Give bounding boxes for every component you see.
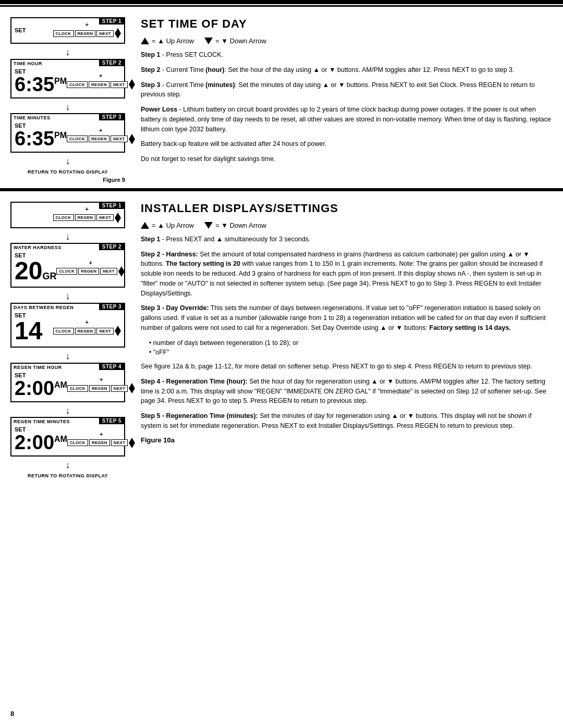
inst-step-2-row: SET 20GR + CLOCK REGEN NEXT <box>15 252 121 283</box>
inst-bullet-2: • "oFF" <box>149 348 553 357</box>
inst-step-4-controls: + CLOCK REGEN NEXT <box>67 375 135 394</box>
down-arrow-text: = ▼ Down Arrow <box>215 37 266 45</box>
clock-btn-2[interactable]: CLOCK <box>67 81 88 88</box>
inst-up-arrow-2[interactable] <box>118 266 125 272</box>
inst-down-arrow-1[interactable] <box>115 218 121 223</box>
inst-step-3-inner: SET 14 + CLOCK REGEN NEXT <box>11 310 124 347</box>
inst-arrow-2-3: ↓ <box>10 291 125 302</box>
inst-up-arrow-legend: = ▲ Up Arrow <box>141 221 194 229</box>
next-btn-3[interactable]: NEXT <box>111 135 128 142</box>
plus-sign-1: + <box>85 21 89 28</box>
inst-up-arrow-1[interactable] <box>115 213 121 218</box>
inst-regen-btn-2[interactable]: REGEN <box>78 268 99 275</box>
inst-clock-btn-5[interactable]: CLOCK <box>67 439 88 446</box>
inst-button-row-1: CLOCK REGEN NEXT <box>53 213 121 223</box>
inst-regen-btn-4[interactable]: REGEN <box>89 385 110 392</box>
arrow-ctrl-3 <box>129 134 135 144</box>
inst-step-5-display: SET 2:00AM <box>15 426 67 452</box>
inst-clock-btn-4[interactable]: CLOCK <box>67 385 88 392</box>
inst-instr-step3-see: See figure 12a & b, page 11-12, for more… <box>141 362 553 372</box>
inst-arrow-4-5: ↓ <box>10 405 125 417</box>
arrow-3-end: ↓ <box>10 156 125 167</box>
step-3-controls: + CLOCK REGEN NEXT <box>67 126 134 145</box>
inst-step-3-row: SET 14 + CLOCK REGEN NEXT <box>15 312 121 343</box>
next-btn-1[interactable]: NEXT <box>96 30 114 37</box>
inst-button-row-5: CLOCK REGEN NEXT <box>67 438 135 448</box>
inst-arrow-3-4: ↓ <box>10 351 125 362</box>
inst-bullet-1: • number of days between regeneration (1… <box>149 338 553 348</box>
inst-arrow-ctrl-5 <box>129 438 135 448</box>
button-row-1: CLOCK REGEN NEXT <box>53 28 121 39</box>
installer-right-panel: INSTALLER DISPLAYS/SETTINGS = ▲ Up Arrow… <box>130 202 553 478</box>
next-btn-2[interactable]: NEXT <box>111 81 128 88</box>
inst-arrow-ctrl-1 <box>115 213 121 223</box>
inst-button-row-4: CLOCK REGEN NEXT <box>67 383 135 393</box>
arrow-ctrl-1 <box>115 28 121 39</box>
inst-next-btn-2[interactable]: NEXT <box>100 268 117 275</box>
step-3-display-row: SET 6:35PM + CLOCK REGEN NEXT <box>15 122 121 149</box>
up-arrow-ctrl-1[interactable] <box>115 28 121 33</box>
up-arrow-text: = ▲ Up Arrow <box>152 37 194 45</box>
regen-btn-1[interactable]: REGEN <box>75 30 96 37</box>
inst-up-triangle-icon <box>141 222 149 229</box>
set-time-figure: Figure 9 <box>10 177 125 183</box>
inst-step-4-inner: SET 2:00AM + CLOCK REGEN NEXT <box>11 370 124 401</box>
inst-regen-btn-3[interactable]: REGEN <box>75 328 96 335</box>
inst-button-row-3: CLOCK REGEN NEXT <box>53 326 121 336</box>
inst-down-arrow-text: = ▼ Down Arrow <box>215 221 266 229</box>
inst-clock-btn-3[interactable]: CLOCK <box>53 328 74 335</box>
instr-power-loss: Power Loss - Lithium battery on circuit … <box>141 105 553 134</box>
inst-next-btn-5[interactable]: NEXT <box>111 439 128 446</box>
inst-down-arrow-5[interactable] <box>129 443 135 448</box>
step-1-box: STEP 1 SET + CLOCK REGEN NEXT <box>10 17 125 44</box>
inst-down-arrow-2[interactable] <box>118 272 125 277</box>
plus-sign-3: + <box>99 127 102 133</box>
arrow-2-3: ↓ <box>10 102 125 113</box>
inst-step-1-box: STEP 1 + CLOCK REGEN NEXT <box>10 202 125 228</box>
inst-up-arrow-3[interactable] <box>115 326 121 331</box>
inst-regen-btn-5[interactable]: REGEN <box>89 439 110 446</box>
inst-step-2-display: SET 20GR <box>15 252 56 283</box>
inst-down-arrow-3[interactable] <box>115 331 121 336</box>
inst-up-arrow-4[interactable] <box>129 383 135 388</box>
up-arrow-ctrl-2[interactable] <box>129 79 135 84</box>
up-arrow-ctrl-3[interactable] <box>129 134 135 139</box>
regen-btn-3[interactable]: REGEN <box>89 135 109 142</box>
top-border <box>0 0 563 4</box>
inst-next-btn-4[interactable]: NEXT <box>111 385 128 392</box>
step-3-label: STEP 3 <box>99 114 125 120</box>
inst-step-2-gr: GR <box>42 271 56 281</box>
inst-step-5-label: STEP 5 <box>99 417 125 424</box>
set-time-left-panel: STEP 1 SET + CLOCK REGEN NEXT <box>10 17 125 183</box>
inst-plus-1: + <box>85 206 89 212</box>
inst-clock-btn-2[interactable]: CLOCK <box>56 268 77 275</box>
down-arrow-ctrl-2[interactable] <box>129 84 135 90</box>
clock-btn-3[interactable]: CLOCK <box>67 135 88 142</box>
step-3-time-display: SET 6:35PM <box>15 122 67 149</box>
installer-title: INSTALLER DISPLAYS/SETTINGS <box>141 202 553 215</box>
inst-step-3-label: STEP 3 <box>99 303 125 310</box>
instr-step3: Step 3 - Current Time (minutes): Set the… <box>141 80 553 100</box>
inst-step-5-time: 2:00AM <box>15 431 67 453</box>
inst-down-arrow-4[interactable] <box>129 388 135 393</box>
inst-regen-btn-1[interactable]: REGEN <box>75 214 96 221</box>
down-arrow-ctrl-1[interactable] <box>115 33 121 39</box>
clock-btn-1[interactable]: CLOCK <box>53 30 74 37</box>
set-time-return-label: RETURN TO ROTATING DISPLAY <box>10 169 125 175</box>
regen-btn-2[interactable]: REGEN <box>89 81 109 88</box>
arrow-1-2: ↓ <box>10 47 125 58</box>
step-2-display-row: SET 6:35PM + CLOCK REGEN NEXT <box>15 68 121 94</box>
inst-next-btn-3[interactable]: NEXT <box>96 328 114 335</box>
inst-step-4-display: SET 2:00AM <box>15 372 67 398</box>
inst-next-btn-1[interactable]: NEXT <box>96 214 114 221</box>
inst-instr-step4: Step 4 - Regeneration Time (hour): Set t… <box>141 377 553 406</box>
up-arrow-legend: = ▲ Up Arrow <box>141 37 194 45</box>
inst-up-arrow-5[interactable] <box>129 438 135 443</box>
inst-instr-step5: Step 5 - Regeneration Time (minutes): Se… <box>141 411 553 431</box>
down-arrow-ctrl-3[interactable] <box>129 139 135 144</box>
step-3-inner: SET 6:35PM + CLOCK REGEN NEXT <box>11 120 124 152</box>
inst-button-row-2: CLOCK REGEN NEXT <box>56 266 124 277</box>
up-triangle-icon <box>141 38 149 44</box>
instr-daylight: Do not forget to reset for daylight savi… <box>141 154 553 164</box>
inst-clock-btn-1[interactable]: CLOCK <box>53 214 74 221</box>
